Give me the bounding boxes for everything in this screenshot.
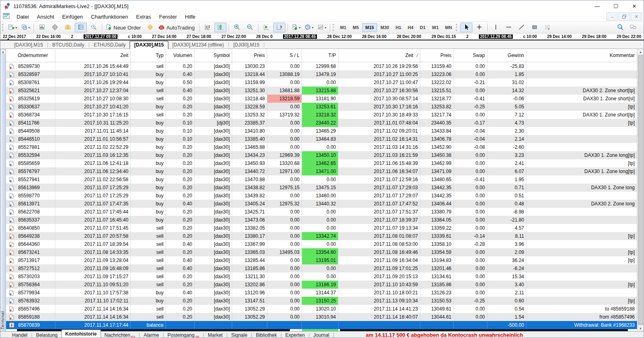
history-row[interactable]: 855278812017.11.02 22:52:29buy0.20[dax30… — [6, 143, 637, 151]
history-row[interactable]: 856353372017.11.07 16:45:40buy0.20[dax30… — [6, 216, 637, 224]
history-row[interactable]: 858591882017.11.14 14:16:34sell0.20[dax3… — [6, 313, 637, 321]
chat-button[interactable] — [627, 23, 639, 32]
timeframe-m30-button[interactable]: M30 — [377, 23, 392, 32]
history-row[interactable]: 858574962017.11.14 14:16:34sell0.20[dax3… — [6, 305, 637, 313]
autotrading-button[interactable]: AutoTrading — [157, 23, 197, 32]
history-row[interactable]: 855325942017.11.03 16:12:35buy0.20[dax30… — [6, 151, 637, 159]
maximize-button[interactable]: ☐ — [606, 0, 625, 12]
bottom-tab-alarme[interactable]: Alarme — [140, 332, 163, 338]
market-watch-button[interactable] — [36, 23, 48, 32]
history-row[interactable]: 852897302017.10.26 15:44:49sell0.20[dax3… — [6, 62, 637, 70]
bottom-tab-journal[interactable]: Journal — [310, 332, 333, 338]
periods-button[interactable]: ▾ — [303, 23, 315, 32]
history-row[interactable]: 854495082017.11.01 11:45:14buy0.10[dax30… — [6, 127, 637, 135]
timeframe-mn-button[interactable]: MN — [442, 23, 455, 32]
vertical-line-button[interactable] — [490, 23, 502, 32]
timeframe-m15-button[interactable]: M15 — [362, 23, 377, 32]
bottom-tab-posteingang[interactable]: Posteingang25 — [164, 332, 203, 338]
history-row[interactable]: 853687342017.10.30 17:16:15sell0.20[dax3… — [6, 111, 637, 119]
new-chart-button[interactable]: ▾ — [6, 23, 19, 32]
bottom-tab-belastung[interactable]: Belastung — [32, 332, 61, 338]
menu-item-ansicht[interactable]: Ansicht — [33, 13, 58, 21]
column-header-0[interactable]: Ordernummer — [6, 49, 55, 62]
timeframe-w1-button[interactable]: W1 — [429, 23, 442, 32]
column-header-5[interactable]: Preis — [232, 49, 267, 62]
history-row[interactable]: 855279412017.11.02 22:56:58buy0.20[dax30… — [6, 175, 637, 184]
crosshair-button[interactable] — [473, 23, 485, 32]
scroll-down-icon[interactable]: ▼ — [638, 325, 644, 331]
templates-button[interactable]: ▾ — [316, 23, 328, 32]
history-row[interactable]: 856227082017.11.07 17:45:44buy0.20[dax30… — [6, 208, 637, 216]
vertical-scrollbar[interactable]: ▲ ▼ — [637, 49, 644, 331]
menu-item-hilfe[interactable]: Hilfe — [181, 13, 199, 21]
menu-item-einfügen[interactable]: Einfügen — [58, 13, 87, 21]
bottom-tab-handel[interactable]: Handel — [8, 332, 31, 338]
bottom-tab-signale[interactable]: Signale — [228, 332, 251, 338]
bottom-tab-kontohistorie[interactable]: Kontohistorie — [61, 330, 101, 338]
mdi-restore-button[interactable] — [619, 13, 630, 21]
balance-row[interactable]: 858708392017.11.14 17:17:44balance-500.0… — [6, 321, 637, 329]
timeframe-h4-button[interactable]: H4 — [405, 23, 417, 32]
menu-item-datei[interactable]: Datei — [13, 13, 33, 21]
chart-tab-2[interactable]: ETHUSD,Daily — [90, 41, 130, 49]
zoom-out-button[interactable] — [244, 23, 256, 32]
chart-tab-4[interactable]: [DAX30],M1234 (offline) — [168, 41, 228, 49]
history-row[interactable]: 855856592017.11.06 12:41:18buy0.20[dax30… — [6, 159, 637, 167]
history-row[interactable]: 856443602017.11.07 18:39:54sell0.40[dax3… — [6, 240, 637, 248]
column-header-1[interactable]: Zeit — [55, 49, 131, 62]
data-window-button[interactable] — [49, 23, 61, 32]
terminal-button[interactable] — [75, 23, 87, 32]
history-row[interactable]: 854117662017.10.31 11:25:20buy0.10[dji30… — [6, 119, 637, 127]
column-header-3[interactable]: Volumen — [166, 49, 195, 62]
new-order-button[interactable]: Neue Order — [104, 23, 143, 32]
scroll-up-icon[interactable]: ▲ — [638, 49, 644, 55]
history-row[interactable]: 857639322017.11.10 17:02:11buy0.20[dax30… — [6, 297, 637, 305]
close-button[interactable]: ✕ — [625, 0, 644, 12]
history-row[interactable]: 857563642017.11.10 09:51:20sell0.20[dax3… — [6, 281, 637, 289]
minimize-button[interactable]: — — [588, 0, 606, 12]
history-row[interactable]: 853285972017.10.27 10:10:41buy0.40[dax30… — [6, 70, 637, 78]
column-header-4[interactable]: Symbol — [195, 49, 232, 62]
history-row[interactable]: 857275122017.11.09 16:48:09sell0.40[dax3… — [6, 264, 637, 273]
profiles-button[interactable]: ▾ — [19, 23, 31, 32]
history-row[interactable]: 856492382017.11.07 20:57:58sell0.20[dax3… — [6, 232, 637, 240]
timeframe-m1-button[interactable]: M1 — [337, 23, 349, 32]
menu-item-fenster[interactable]: Fenster — [155, 13, 181, 21]
column-header-6[interactable]: S / L — [267, 49, 302, 62]
strategy-tester-button[interactable] — [88, 23, 100, 32]
bottom-tab-market[interactable]: Market — [204, 332, 227, 338]
history-row[interactable]: 856408502017.11.07 17:51:45sell0.20[dax3… — [6, 224, 637, 232]
history-row[interactable]: 857139172017.11.09 13:28:04sell0.40[dax3… — [6, 256, 637, 264]
menu-item-extras[interactable]: Extras — [132, 13, 155, 21]
column-header-2[interactable]: Typ — [131, 49, 166, 62]
history-row[interactable]: 853087612017.10.26 19:29:44buy0.50[dax30… — [6, 78, 637, 87]
column-header-12[interactable]: Kommentar — [527, 49, 637, 62]
history-row[interactable]: 856139692017.11.07 17:25:29buy0.20[dax30… — [6, 184, 637, 192]
metaeditor-button[interactable] — [144, 23, 156, 32]
trendline-button[interactable] — [516, 23, 528, 32]
bottom-tab-nachrichten[interactable]: Nachrichten53 — [101, 332, 139, 338]
column-header-8[interactable]: Zeit/ — [338, 49, 420, 62]
timeframe-d1-button[interactable]: D1 — [417, 23, 429, 32]
bottom-tab-experten[interactable]: Experten — [282, 332, 308, 338]
horizontal-line-button[interactable] — [503, 23, 515, 32]
history-row[interactable]: 855767972017.11.06 12:34:40buy0.20[dax30… — [6, 167, 637, 175]
bottom-tab-bibliothek[interactable]: Bibliothek — [252, 332, 281, 338]
history-row[interactable]: 855987702017.11.07 17:25:29buy0.20[dax30… — [6, 192, 637, 200]
mdi-minimize-button[interactable]: – — [606, 13, 618, 21]
auto-scroll-button[interactable] — [260, 23, 273, 32]
zoom-in-button[interactable] — [231, 23, 243, 32]
history-row[interactable]: 854465102017.11.01 10:56:57buy0.10[dax30… — [6, 135, 637, 143]
chart-shift-button[interactable] — [273, 23, 285, 32]
column-header-9[interactable]: Preis — [420, 49, 454, 62]
history-row[interactable]: 853256192017.10.27 10:08:30sell0.20[dax3… — [6, 95, 637, 103]
history-row[interactable]: 853306372017.10.27 10:41:20buy0.20[dax30… — [6, 103, 637, 111]
history-row[interactable]: 857302032017.11.09 17:15:27sell0.20[dax3… — [6, 273, 637, 281]
chart-tab-0[interactable]: [DAX30],M15 — [10, 41, 47, 49]
history-row[interactable]: 857799342017.11.10 17:57:38buy0.40[dax30… — [6, 289, 637, 297]
column-header-7[interactable]: T/P — [302, 49, 338, 62]
history-row[interactable]: 856732412017.11.08 14:33:35sell0.20[dax3… — [6, 248, 637, 256]
indicators-button[interactable]: ▾ — [290, 23, 302, 32]
fibonacci-button[interactable]: F — [541, 23, 554, 32]
mdi-close-button[interactable]: ✕ — [631, 13, 642, 21]
